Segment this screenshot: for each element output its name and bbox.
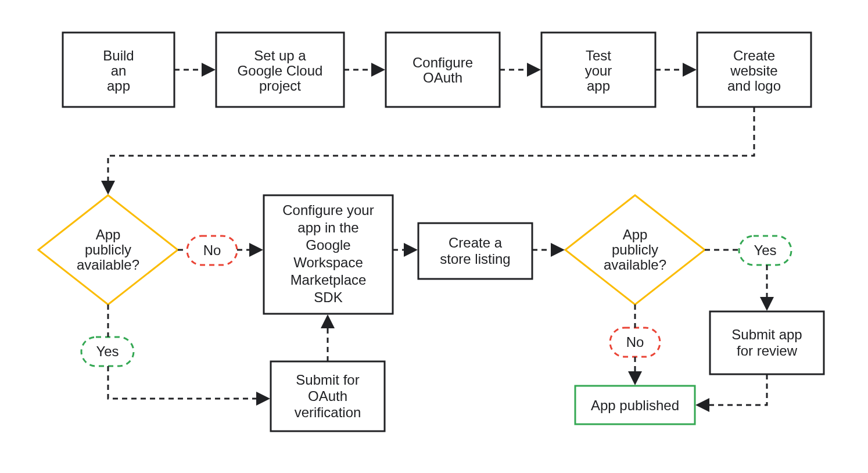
test-app-line3: app [587,78,610,94]
pill-yes-2-text: Yes [754,242,776,258]
pill-no-2-text: No [626,334,644,350]
flowchart-diagram: Build an app Set up a Google Cloud proje… [0,0,868,473]
build-app-line1: Build [103,48,134,63]
node-app-published: App published [575,386,695,424]
node-store-listing: Create a store listing [418,223,532,279]
node-setup-project: Set up a Google Cloud project [216,33,344,107]
configure-sdk-line6: SDK [314,289,342,305]
node-configure-sdk: Configure your app in the Google Workspa… [264,195,393,314]
test-app-line1: Test [586,48,611,63]
submit-review-line2: for review [737,343,798,359]
node-configure-oauth: Configure OAuth [386,33,500,107]
node-decision-1: App publicly available? [38,195,178,304]
decision1-line1: App [96,227,121,242]
app-published-line1: App published [591,397,679,413]
test-app-line2: your [585,63,612,78]
node-submit-oauth: Submit for OAuth verification [271,361,385,431]
create-website-line3: and logo [727,78,781,94]
node-build-app: Build an app [63,33,174,107]
submit-oauth-line1: Submit for [296,372,359,388]
pill-no-1: No [187,236,237,265]
node-submit-review: Submit app for review [710,311,824,374]
configure-sdk-line3: Google [306,237,350,253]
configure-oauth-line1: Configure [413,55,473,70]
pill-yes-2: Yes [739,236,791,265]
setup-project-line3: project [259,78,301,94]
decision1-line2: publicly [85,242,131,257]
decision2-line2: publicly [612,242,658,257]
submit-oauth-line2: OAuth [308,388,347,404]
submit-review-line1: Submit app [731,327,802,342]
pill-no-1-text: No [203,242,221,258]
create-website-line2: website [730,63,777,78]
node-create-website: Create website and logo [697,33,811,107]
arrow-website-to-decision1 [108,107,754,192]
configure-oauth-line2: OAuth [423,70,462,85]
decision1-line3: available? [77,257,139,273]
store-listing-line2: store listing [440,251,510,267]
node-test-app: Test your app [541,33,655,107]
build-app-line3: app [107,78,130,94]
decision2-line3: available? [604,257,666,273]
pill-yes-1: Yes [81,337,134,366]
arrow-yes1-to-submit-oauth [108,366,268,399]
build-app-line2: an [111,63,127,78]
decision2-line1: App [623,227,648,242]
node-decision-2: App publicly available? [565,195,705,304]
submit-oauth-line3: verification [295,404,361,420]
configure-sdk-line2: app in the [297,220,358,235]
configure-sdk-line5: Marketplace [290,272,367,288]
configure-sdk-line1: Configure your [282,202,374,218]
setup-project-line2: Google Cloud [238,63,323,78]
pill-no-2: No [610,328,660,357]
create-website-line1: Create [733,48,775,63]
setup-project-line1: Set up a [254,48,306,63]
pill-yes-1-text: Yes [96,343,119,359]
configure-sdk-line4: Workspace [293,255,363,270]
store-listing-line1: Create a [449,235,503,250]
arrow-review-to-published [698,374,767,405]
